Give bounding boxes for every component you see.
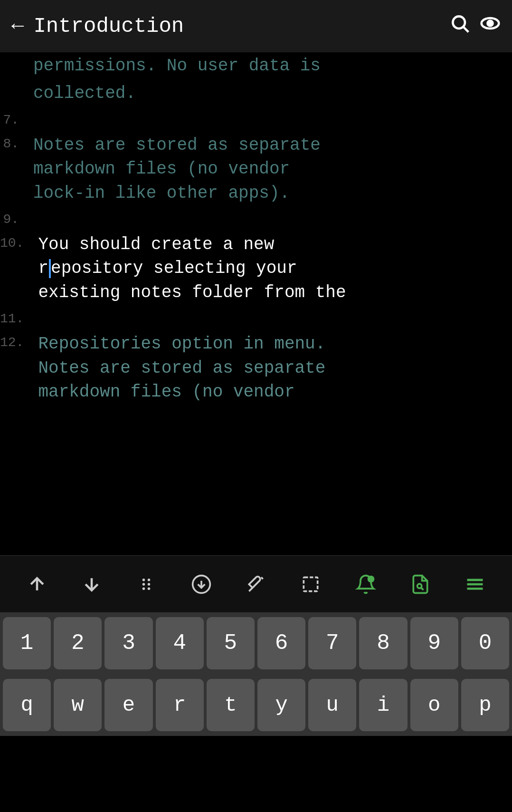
- line-continuation-top: permissions. No user data is: [0, 52, 512, 80]
- line-text-10[interactable]: You should create a newrepository select…: [33, 233, 512, 305]
- key-t[interactable]: t: [207, 679, 255, 731]
- visibility-icon[interactable]: [480, 13, 501, 39]
- page-title: Introduction: [33, 14, 184, 38]
- line-number-9: 9.: [0, 209, 28, 227]
- line-number-12: 12.: [0, 332, 33, 350]
- arrow-down-icon[interactable]: [81, 574, 102, 595]
- line-number-10: 10.: [0, 233, 33, 251]
- svg-point-16: [417, 584, 422, 588]
- key-p[interactable]: p: [461, 679, 509, 731]
- svg-line-1: [464, 27, 468, 32]
- svg-line-17: [421, 588, 424, 590]
- key-6[interactable]: 6: [257, 617, 305, 669]
- svg-rect-14: [304, 577, 318, 591]
- search-icon[interactable]: [449, 13, 470, 39]
- key-9[interactable]: 9: [410, 617, 458, 669]
- svg-point-15: [367, 575, 374, 582]
- key-3[interactable]: 3: [104, 617, 152, 669]
- line-number-empty2: [0, 82, 28, 85]
- header-icons: [449, 13, 501, 39]
- clean-icon[interactable]: [246, 574, 266, 595]
- bell-active-icon[interactable]: [355, 574, 376, 595]
- line-continuation-top2: collected.: [0, 80, 512, 107]
- svg-point-8: [142, 583, 145, 586]
- line-9: 9.: [0, 207, 512, 231]
- menu-icon[interactable]: [465, 574, 485, 595]
- key-r[interactable]: r: [156, 679, 204, 731]
- key-8[interactable]: 8: [359, 617, 407, 669]
- line-number-8: 8.: [0, 134, 28, 151]
- svg-point-6: [142, 579, 145, 581]
- key-i[interactable]: i: [359, 679, 407, 731]
- line-12: 12. Repositories option in menu.Notes ar…: [0, 330, 512, 406]
- svg-point-0: [453, 16, 465, 29]
- selection-icon[interactable]: [300, 574, 321, 595]
- header-left: ← Introduction: [11, 14, 184, 38]
- line-8: 8. Notes are stored as separatemarkdown …: [0, 132, 512, 207]
- line-10[interactable]: 10. You should create a newrepository se…: [0, 231, 512, 307]
- keyboard-number-row: 1 2 3 4 5 6 7 8 9 0: [0, 612, 512, 674]
- key-u[interactable]: u: [308, 679, 356, 731]
- line-number-empty: [0, 54, 28, 57]
- key-2[interactable]: 2: [54, 617, 102, 669]
- text-cursor: [49, 259, 51, 278]
- line-text-continuation2: collected.: [28, 82, 512, 106]
- svg-point-7: [148, 579, 151, 581]
- key-e[interactable]: e: [104, 679, 152, 731]
- svg-point-10: [142, 587, 145, 590]
- key-y[interactable]: y: [257, 679, 305, 731]
- line-number-7: 7.: [0, 110, 28, 127]
- arrow-up-icon[interactable]: [27, 574, 47, 595]
- line-text-12: Repositories option in menu.Notes are st…: [33, 332, 512, 404]
- back-button[interactable]: ←: [11, 16, 24, 37]
- key-1[interactable]: 1: [3, 617, 51, 669]
- line-number-11: 11.: [0, 309, 33, 326]
- key-0[interactable]: 0: [461, 617, 509, 669]
- editor-toolbar: [0, 555, 512, 612]
- svg-point-11: [148, 587, 151, 590]
- key-7[interactable]: 7: [308, 617, 356, 669]
- key-q[interactable]: q: [3, 679, 51, 731]
- search-document-icon[interactable]: [410, 574, 431, 595]
- line-11: 11.: [0, 307, 512, 330]
- key-5[interactable]: 5: [207, 617, 255, 669]
- line-text-continuation1: permissions. No user data is: [28, 54, 512, 78]
- app-header: ← Introduction: [0, 0, 512, 52]
- key-o[interactable]: o: [410, 679, 458, 731]
- download-circle-icon[interactable]: [191, 574, 212, 595]
- line-7: 7.: [0, 108, 512, 132]
- svg-point-3: [488, 21, 493, 26]
- drag-handle-icon[interactable]: [136, 574, 157, 595]
- key-w[interactable]: w: [54, 679, 102, 731]
- svg-point-9: [148, 583, 151, 586]
- key-4[interactable]: 4: [156, 617, 204, 669]
- editor-content[interactable]: permissions. No user data is collected. …: [0, 52, 512, 555]
- keyboard-qwerty-row: q w e r t y u i o p: [0, 674, 512, 736]
- line-text-8: Notes are stored as separatemarkdown fil…: [28, 134, 512, 205]
